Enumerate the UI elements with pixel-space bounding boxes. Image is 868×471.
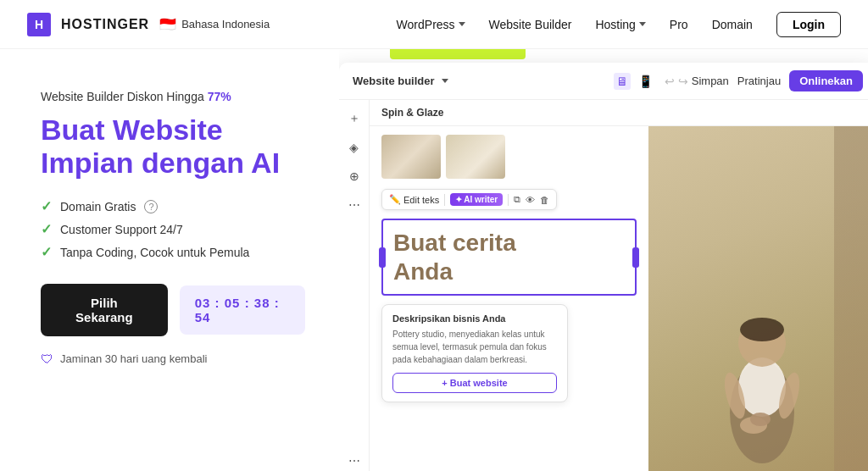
guarantee-text: 🛡 Jaminan 30 hari uang kembali xyxy=(41,352,305,366)
ai-desc-text: Pottery studio, menyediakan kelas untuk … xyxy=(392,328,557,366)
shelf-background xyxy=(834,126,868,471)
cta-button[interactable]: Pilih Sekarang xyxy=(41,284,168,336)
redo-icon[interactable]: ↪ xyxy=(678,75,688,88)
shield-icon: 🛡 xyxy=(41,352,53,366)
canvas-headline-text[interactable]: Buat ceritaAnda xyxy=(393,229,625,285)
builder-title: Website builder xyxy=(353,75,448,87)
thumb-2 xyxy=(446,135,505,179)
logo-text: HOSTINGER xyxy=(61,17,149,32)
builder-body: ＋ ◈ ⊕ ⋯ ⋯ Spin & Glaze xyxy=(339,100,868,471)
login-button[interactable]: Login xyxy=(776,12,841,37)
features-list: ✓ Domain Gratis ? ✓ Customer Support 24/… xyxy=(41,198,305,260)
ai-desc-title: Deskripsikan bisnis Anda xyxy=(392,313,557,324)
resize-handle-left[interactable] xyxy=(379,247,386,268)
flag-icon: 🇮🇩 xyxy=(159,16,176,32)
add-tool[interactable]: ＋ xyxy=(342,107,366,130)
feature-domain: ✓ Domain Gratis ? xyxy=(41,198,305,214)
feature-support: ✓ Customer Support 24/7 xyxy=(41,221,305,237)
discount-percent: 77% xyxy=(208,90,231,103)
green-accent-top xyxy=(390,49,526,59)
more-tool[interactable]: ⋯ xyxy=(342,449,366,471)
buat-website-button[interactable]: + Buat website xyxy=(392,373,557,393)
mobile-icon[interactable]: 📱 xyxy=(637,73,654,90)
info-icon[interactable]: ? xyxy=(144,200,158,213)
copy-icon[interactable]: ⧉ xyxy=(514,194,520,205)
feature-no-coding: ✓ Tanpa Coding, Cocok untuk Pemula xyxy=(41,244,305,260)
logo-area: H HOSTINGER 🇮🇩 Bahasa Indonesia xyxy=(27,13,270,36)
nav-item-hosting[interactable]: Hosting xyxy=(595,18,645,31)
logo-h-icon: H xyxy=(27,13,51,36)
builder-topbar: Website builder 🖥 📱 ↩ ↪ Simpan Pratinjau… xyxy=(339,63,868,100)
check-icon: ✓ xyxy=(41,221,52,237)
canvas-left: ✏️ Edit teks ✦ AI writer ⧉ xyxy=(370,126,648,471)
person-illustration xyxy=(703,294,821,471)
edit-teks-button[interactable]: ✏️ Edit teks xyxy=(389,194,439,205)
language-selector[interactable]: 🇮🇩 Bahasa Indonesia xyxy=(159,16,270,32)
topbar-actions: Simpan Pratinjau Onlinekan xyxy=(692,70,863,91)
site-header: Spin & Glaze xyxy=(370,100,868,126)
layers-tool[interactable]: ◈ xyxy=(342,136,366,159)
canvas-right-photo xyxy=(648,126,868,471)
ai-description-box: Deskripsikan bisnis Anda Pottery studio,… xyxy=(381,304,568,402)
thumb-image xyxy=(381,135,441,179)
nav-item-wordpress[interactable]: WordPress xyxy=(397,18,465,31)
builder-sidebar: ＋ ◈ ⊕ ⋯ ⋯ xyxy=(339,100,370,471)
toolbar-divider xyxy=(508,194,509,206)
sparkle-icon: ✦ xyxy=(455,195,462,204)
onlinekan-button[interactable]: Onlinekan xyxy=(789,70,863,91)
delete-icon[interactable]: 🗑 xyxy=(540,195,549,205)
ai-writer-button[interactable]: ✦ AI writer xyxy=(450,193,503,206)
logo-icon: H xyxy=(27,13,51,36)
check-icon: ✓ xyxy=(41,244,52,260)
grid-tool[interactable]: ⋯ xyxy=(342,193,366,217)
toolbar-divider xyxy=(444,194,445,206)
nav-item-domain[interactable]: Domain xyxy=(712,18,753,31)
nav-item-website-builder[interactable]: Website Builder xyxy=(489,18,572,31)
chevron-down-icon xyxy=(459,22,465,26)
pratinjau-button[interactable]: Pratinjau xyxy=(737,75,781,87)
canvas-inner: Spin & Glaze xyxy=(370,100,868,471)
image-row xyxy=(381,135,637,179)
simpan-button[interactable]: Simpan xyxy=(692,75,729,87)
lang-label: Bahasa Indonesia xyxy=(181,18,270,30)
discount-text: Website Builder Diskon Hingga 77% xyxy=(41,90,305,103)
countdown-timer: 03 : 05 : 38 : 54 xyxy=(180,285,305,335)
hero-left-section: Website Builder Diskon Hingga 77% Buat W… xyxy=(0,49,339,471)
elements-tool[interactable]: ⊕ xyxy=(342,164,366,188)
undo-redo: ↩ ↪ xyxy=(665,75,688,88)
thumb-1 xyxy=(381,135,441,179)
cta-row: Pilih Sekarang 03 : 05 : 38 : 54 xyxy=(41,284,305,336)
headline: Buat Website Impian dengan AI xyxy=(41,114,305,180)
person-photo xyxy=(648,126,868,471)
builder-preview-section: Website builder 🖥 📱 ↩ ↪ Simpan Pratinjau… xyxy=(339,49,868,471)
desktop-icon[interactable]: 🖥 xyxy=(614,73,631,90)
svg-point-3 xyxy=(740,318,784,341)
undo-icon[interactable]: ↩ xyxy=(665,75,675,88)
builder-dropdown-icon[interactable] xyxy=(442,79,448,83)
resize-handle-right[interactable] xyxy=(632,247,639,268)
check-icon: ✓ xyxy=(41,198,52,214)
builder-canvas: Spin & Glaze xyxy=(370,100,868,471)
navbar: H HOSTINGER 🇮🇩 Bahasa Indonesia WordPres… xyxy=(0,0,868,49)
site-hero: ✏️ Edit teks ✦ AI writer ⧉ xyxy=(370,126,868,471)
svg-point-7 xyxy=(750,413,771,426)
chevron-down-icon xyxy=(639,22,646,26)
nav-item-pro[interactable]: Pro xyxy=(670,18,688,31)
builder-window: Website builder 🖥 📱 ↩ ↪ Simpan Pratinjau… xyxy=(339,63,868,471)
edit-icon: ✏️ xyxy=(389,194,401,205)
main-content: Website Builder Diskon Hingga 77% Buat W… xyxy=(0,49,868,471)
eye-icon[interactable]: 👁 xyxy=(526,195,535,205)
nav-links: WordPress Website Builder Hosting Pro Do… xyxy=(397,12,841,37)
text-editing-toolbar: ✏️ Edit teks ✦ AI writer ⧉ xyxy=(381,189,557,210)
editable-text-box[interactable]: Buat ceritaAnda xyxy=(381,219,637,296)
device-icons: 🖥 📱 xyxy=(614,73,654,90)
thumb-image xyxy=(446,135,505,179)
